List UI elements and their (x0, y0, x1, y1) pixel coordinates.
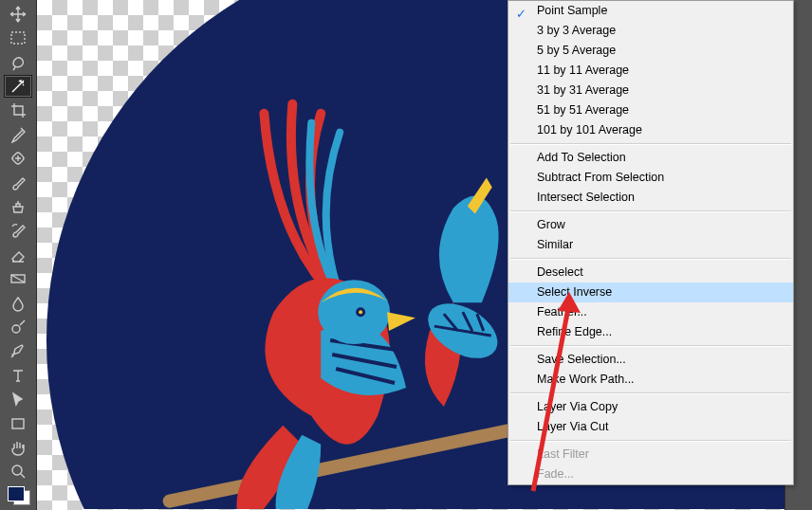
menu-item-label: 11 by 11 Average (537, 64, 629, 77)
app-root: ✓Point Sample3 by 3 Average5 by 5 Averag… (0, 0, 812, 510)
svg-point-5 (12, 465, 22, 475)
tool-eraser[interactable] (4, 244, 32, 265)
tools-panel (0, 0, 36, 510)
menu-item-label: Grow (537, 218, 565, 231)
menu-item-grow[interactable]: Grow (508, 215, 793, 235)
svg-point-11 (359, 310, 362, 314)
menu-item-feather[interactable]: Feather... (508, 302, 793, 322)
tool-path-select[interactable] (4, 389, 32, 410)
menu-item-101-by-101-average[interactable]: 101 by 101 Average (508, 120, 793, 140)
menu-item-label: Similar (537, 238, 573, 251)
menu-item-deselect[interactable]: Deselect (508, 263, 793, 282)
menu-item-label: Intersect Selection (537, 191, 635, 204)
menu-item-save-selection[interactable]: Save Selection... (508, 350, 793, 370)
tool-hand[interactable] (4, 436, 32, 458)
tool-gradient[interactable] (4, 267, 32, 289)
menu-item-add-to-selection[interactable]: Add To Selection (508, 148, 793, 168)
menu-item-label: Refine Edge... (537, 325, 612, 338)
tool-rectangle[interactable] (4, 412, 32, 434)
menu-item-last-filter: Last Filter (508, 445, 793, 464)
menu-item-label: 3 by 3 Average (537, 24, 616, 37)
tool-history-brush[interactable] (4, 220, 32, 242)
svg-rect-0 (11, 32, 25, 44)
menu-item-select-inverse[interactable]: Select Inverse (508, 282, 793, 302)
menu-item-label: 101 by 101 Average (537, 123, 642, 137)
menu-item-31-by-31-average[interactable]: 31 by 31 Average (508, 81, 793, 100)
menu-item-label: Fade... (537, 467, 574, 481)
menu-item-label: Make Work Path... (537, 373, 635, 386)
menu-item-refine-edge[interactable]: Refine Edge... (508, 322, 793, 342)
context-menu: ✓Point Sample3 by 3 Average5 by 5 Averag… (508, 0, 794, 485)
svg-rect-4 (12, 419, 24, 428)
menu-item-label: Deselect (537, 265, 583, 279)
menu-item-intersect-selection[interactable]: Intersect Selection (508, 188, 793, 208)
menu-item-label: Subtract From Selection (537, 171, 664, 184)
menu-item-label: Add To Selection (537, 151, 626, 164)
tool-clone[interactable] (4, 195, 32, 217)
menu-item-11-by-11-average[interactable]: 11 by 11 Average (508, 61, 793, 81)
menu-separator (510, 392, 791, 394)
svg-point-3 (12, 325, 20, 333)
menu-item-label: Layer Via Copy (537, 400, 618, 413)
tool-lasso[interactable] (4, 51, 32, 73)
menu-item-51-by-51-average[interactable]: 51 by 51 Average (508, 100, 793, 120)
menu-separator (510, 440, 791, 442)
menu-item-label: Last Filter (537, 447, 589, 461)
menu-separator (510, 345, 791, 347)
tool-blur[interactable] (4, 292, 32, 314)
menu-item-label: Select Inverse (537, 285, 612, 299)
menu-item-fade: Fade... (508, 464, 793, 484)
menu-item-label: 31 by 31 Average (537, 83, 629, 97)
tool-magic-wand[interactable] (4, 75, 32, 97)
menu-separator (510, 143, 791, 145)
menu-item-subtract-from-selection[interactable]: Subtract From Selection (508, 168, 793, 188)
menu-item-3-by-3-average[interactable]: 3 by 3 Average (508, 21, 793, 41)
tool-pen[interactable] (4, 340, 32, 362)
menu-item-similar[interactable]: Similar (508, 235, 793, 255)
menu-item-make-work-path[interactable]: Make Work Path... (508, 370, 793, 390)
menu-separator (510, 258, 791, 260)
menu-item-label: 5 by 5 Average (537, 44, 616, 57)
tool-type[interactable] (4, 364, 32, 386)
menu-item-point-sample[interactable]: ✓Point Sample (508, 1, 793, 21)
menu-item-layer-via-copy[interactable]: Layer Via Copy (508, 397, 793, 417)
menu-separator (510, 210, 791, 212)
tool-move[interactable] (4, 3, 32, 25)
menu-item-layer-via-cut[interactable]: Layer Via Cut (508, 417, 793, 437)
menu-item-label: Layer Via Cut (537, 420, 609, 433)
tool-rect-marquee[interactable] (4, 27, 32, 48)
tool-brush[interactable] (4, 172, 32, 193)
menu-item-5-by-5-average[interactable]: 5 by 5 Average (508, 41, 793, 61)
menu-item-label: Feather... (537, 305, 587, 319)
tool-dodge[interactable] (4, 316, 32, 337)
menu-item-label: 51 by 51 Average (537, 103, 629, 117)
menu-item-label: Save Selection... (537, 353, 626, 366)
tool-eyedropper[interactable] (4, 123, 32, 145)
tool-crop[interactable] (4, 100, 32, 121)
tool-healing[interactable] (4, 147, 32, 169)
menu-item-label: Point Sample (537, 4, 607, 17)
canvas-area[interactable]: ✓Point Sample3 by 3 Average5 by 5 Averag… (36, 0, 785, 510)
tool-zoom[interactable] (4, 461, 32, 483)
color-swatches[interactable] (4, 483, 32, 506)
